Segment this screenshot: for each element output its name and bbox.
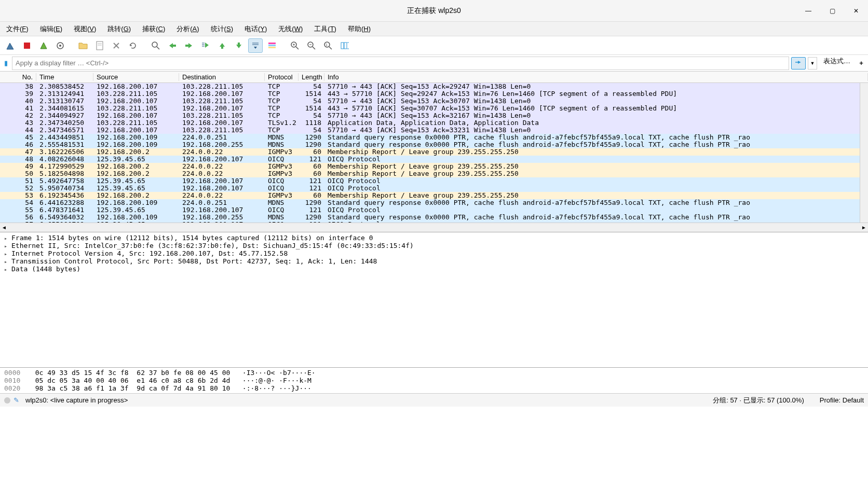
table-row[interactable]: 382.308538452192.168.200.107103.228.211.… [0, 83, 868, 90]
detail-row[interactable]: ▸Ethernet II, Src: IntelCor_37:b0:fe (3c… [4, 242, 864, 250]
hscroll-left-icon[interactable]: ◄ [0, 225, 8, 230]
menu-9[interactable]: 工具(T) [312, 23, 338, 35]
menu-2[interactable]: 视图(V) [72, 23, 98, 35]
menu-10[interactable]: 帮助(H) [346, 23, 373, 35]
detail-row[interactable]: ▸Frame 1: 1514 bytes on wire (12112 bits… [4, 234, 864, 242]
table-row[interactable]: 462.555481531192.168.200.109192.168.200.… [0, 141, 868, 148]
resize-columns-button[interactable] [337, 38, 352, 53]
goto-first-button[interactable] [215, 38, 229, 53]
go-forward-button[interactable] [182, 38, 196, 53]
packet-list-vscroll[interactable] [860, 83, 868, 223]
menu-5[interactable]: 分析(A) [174, 23, 201, 35]
col-header-no[interactable]: No. [0, 73, 36, 81]
menu-0[interactable]: 文件(F) [4, 23, 31, 35]
zoom-out-button[interactable] [304, 38, 319, 53]
auto-scroll-button[interactable] [248, 38, 263, 53]
table-row[interactable]: 505.182504898192.168.200.2224.0.0.22IGMP… [0, 170, 868, 177]
status-profile[interactable]: Profile: Default [820, 396, 864, 404]
bookmark-icon[interactable]: ▮ [2, 59, 10, 67]
menu-4[interactable]: 捕获(C) [140, 23, 167, 35]
display-filter-input[interactable] [12, 57, 789, 70]
col-header-info[interactable]: Info [324, 73, 868, 81]
col-header-length[interactable]: Length [299, 73, 324, 81]
capture-comment-icon[interactable]: ✎ [13, 396, 19, 404]
main-toolbar: 1 [0, 36, 868, 55]
filter-bar: ▮ ▼ 表达式… + [0, 55, 868, 72]
table-row[interactable]: 536.192345436192.168.200.2224.0.0.22IGMP… [0, 192, 868, 199]
svg-rect-19 [268, 43, 276, 44]
table-row[interactable]: 452.443449851192.168.200.109224.0.0.251M… [0, 134, 868, 141]
minimize-button[interactable]: — [796, 0, 820, 21]
detail-row[interactable]: ▸Internet Protocol Version 4, Src: 192.1… [4, 250, 864, 258]
colorize-button[interactable] [265, 38, 279, 53]
hex-row[interactable]: 0000 0c 49 33 d5 15 4f 3c f8 62 37 b0 fe… [4, 369, 864, 377]
svg-point-8 [152, 42, 157, 47]
svg-rect-0 [24, 43, 30, 49]
svg-point-2 [59, 45, 61, 47]
col-header-time[interactable]: Time [36, 73, 93, 81]
capture-options-button[interactable] [53, 38, 67, 53]
svg-rect-3 [97, 41, 103, 50]
svg-rect-21 [268, 47, 276, 48]
zoom-reset-button[interactable]: 1 [321, 38, 335, 53]
goto-last-button[interactable] [232, 38, 246, 53]
close-file-button[interactable] [109, 38, 124, 53]
table-row[interactable]: 566.549364032192.168.200.109192.168.200.… [0, 214, 868, 221]
restart-capture-button[interactable] [36, 38, 51, 53]
detail-row[interactable]: ▸Transmission Control Protocol, Src Port… [4, 258, 864, 266]
table-row[interactable]: 473.162226506192.168.200.2224.0.0.22IGMP… [0, 148, 868, 156]
table-row[interactable]: 392.313124941103.228.211.105192.168.200.… [0, 90, 868, 98]
packet-details-pane[interactable]: ▸Frame 1: 1514 bytes on wire (12112 bits… [0, 232, 868, 367]
filter-dropdown-button[interactable]: ▼ [808, 57, 817, 70]
detail-row[interactable]: ▸Data (1448 bytes) [4, 266, 864, 273]
svg-rect-20 [268, 45, 276, 46]
table-row[interactable]: 432.347340250103.228.211.105192.168.200.… [0, 119, 868, 127]
menu-7[interactable]: 电话(Y) [242, 23, 269, 35]
goto-packet-button[interactable] [198, 38, 213, 53]
stop-capture-button[interactable] [20, 38, 34, 53]
table-row[interactable]: 442.347346571192.168.200.107103.228.211.… [0, 127, 868, 134]
svg-rect-32 [341, 43, 344, 49]
expert-info-icon[interactable] [4, 397, 10, 404]
find-button[interactable] [148, 38, 163, 53]
table-row[interactable]: 484.082626048125.39.45.65192.168.200.107… [0, 156, 868, 163]
title-bar: 正在捕获 wlp2s0 — ▢ ✕ [0, 0, 868, 22]
packet-bytes-pane[interactable]: 0000 0c 49 33 d5 15 4f 3c f8 62 37 b0 fe… [0, 367, 868, 393]
close-button[interactable]: ✕ [844, 0, 868, 21]
maximize-button[interactable]: ▢ [820, 0, 844, 21]
svg-line-30 [329, 47, 332, 49]
window-title: 正在捕获 wlp2s0 [407, 6, 460, 16]
svg-rect-16 [238, 43, 240, 45]
packet-list-hscroll[interactable]: ◄ ► [0, 223, 868, 232]
go-back-button[interactable] [165, 38, 180, 53]
open-file-button[interactable] [76, 38, 90, 53]
hex-row[interactable]: 0010 05 dc 05 3a 40 00 40 06 e1 46 c0 a8… [4, 377, 864, 384]
table-row[interactable]: 412.344081615103.228.211.105192.168.200.… [0, 105, 868, 112]
col-header-protocol[interactable]: Protocol [265, 73, 299, 81]
shark-fin-icon[interactable] [3, 38, 18, 53]
hscroll-right-icon[interactable]: ► [860, 225, 868, 230]
filter-apply-button[interactable] [791, 57, 806, 70]
col-header-dest[interactable]: Destination [179, 73, 265, 81]
col-header-source[interactable]: Source [93, 73, 179, 81]
table-row[interactable]: 422.344094927192.168.200.107103.228.211.… [0, 112, 868, 119]
menu-8[interactable]: 无线(W) [276, 23, 305, 35]
expression-button[interactable]: 表达式… [819, 57, 855, 70]
menu-bar: 文件(F)编辑(E)视图(V)跳转(G)捕获(C)分析(A)统计(S)电话(Y)… [0, 22, 868, 36]
table-row[interactable]: 556.478371641125.39.45.65192.168.200.107… [0, 206, 868, 214]
packet-list[interactable]: 382.308538452192.168.200.107103.228.211.… [0, 83, 868, 223]
save-file-button[interactable] [92, 38, 107, 53]
table-row[interactable]: 546.441623288192.168.200.109224.0.0.251M… [0, 199, 868, 206]
table-row[interactable]: 402.313130747192.168.200.107103.228.211.… [0, 98, 868, 105]
hex-row[interactable]: 0020 98 3a c5 38 a6 f1 1a 3f 9d ca 0f 7d… [4, 384, 864, 392]
menu-6[interactable]: 统计(S) [209, 23, 235, 35]
zoom-in-button[interactable] [288, 38, 302, 53]
svg-rect-15 [221, 46, 223, 49]
menu-3[interactable]: 跳转(G) [105, 23, 133, 35]
add-filter-button[interactable]: + [857, 57, 866, 70]
table-row[interactable]: 525.950740734125.39.45.65192.168.200.107… [0, 185, 868, 192]
table-row[interactable]: 494.172990529192.168.200.2224.0.0.22IGMP… [0, 163, 868, 170]
table-row[interactable]: 515.492647758125.39.45.65192.168.200.107… [0, 177, 868, 185]
menu-1[interactable]: 编辑(E) [38, 23, 64, 35]
reload-button[interactable] [126, 38, 140, 53]
